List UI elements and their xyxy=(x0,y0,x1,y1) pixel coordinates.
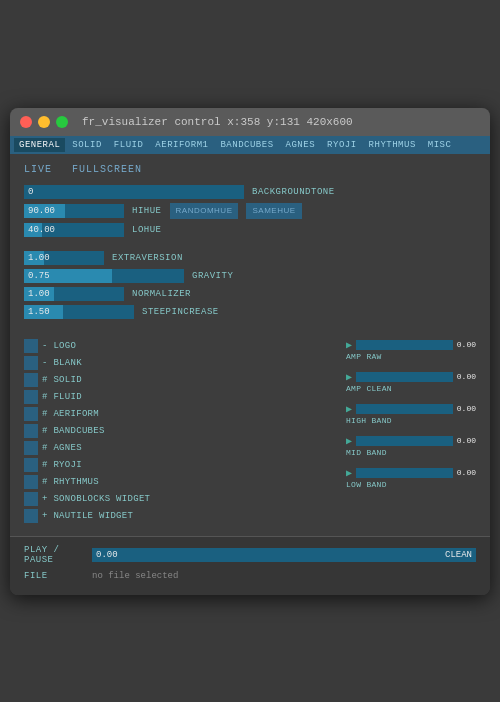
list-item-label: # AGNES xyxy=(42,443,82,453)
amp-clean-label: AMP CLEAN xyxy=(346,384,476,393)
amp-high-group: ▶ 0.00 HIGH BAND xyxy=(346,403,476,425)
play-pause-value: 0.00 xyxy=(96,550,118,560)
amp-high-slider-row: ▶ 0.00 xyxy=(346,403,476,415)
list-item-label: - LOGO xyxy=(42,341,76,351)
amp-clean-value: 0.00 xyxy=(457,372,476,381)
amp-raw-label: AMP RAW xyxy=(346,352,476,361)
list-item-label: # RHYTHMUS xyxy=(42,477,99,487)
samehue-button[interactable]: SAMEHUE xyxy=(246,203,301,219)
tab-rhythmus[interactable]: RHYTHMUS xyxy=(364,138,421,152)
amp-high-label: HIGH BAND xyxy=(346,416,476,425)
layer-list: - LOGO - BLANK # SOLID # FLUID # AERIFOR… xyxy=(24,339,336,526)
list-item-label: # FLUID xyxy=(42,392,82,402)
file-label: FILE xyxy=(24,571,84,581)
play-pause-label: PLAY / PAUSE xyxy=(24,545,84,565)
tab-fluid[interactable]: FLUID xyxy=(109,138,149,152)
main-window: fr_visualizer control x:358 y:131 420x60… xyxy=(10,108,490,595)
list-item[interactable]: # FLUID xyxy=(24,390,336,404)
hihue-row: 90.00 HIHUE RANDOMHUE SAMEHUE xyxy=(24,203,476,219)
list-item-label: + SONOBLOCKS WIDGET xyxy=(42,494,150,504)
list-item[interactable]: + NAUTILE WIDGET xyxy=(24,509,336,523)
list-item-label: # BANDCUBES xyxy=(42,426,105,436)
tab-agnes[interactable]: AGNES xyxy=(281,138,321,152)
backgroundtone-slider[interactable]: 0 xyxy=(24,185,244,199)
normalizer-label: NORMALIZER xyxy=(132,289,191,299)
titlebar: fr_visualizer control x:358 y:131 420x60… xyxy=(10,108,490,136)
amp-mid-slider[interactable] xyxy=(356,436,453,446)
play-pause-row: PLAY / PAUSE 0.00 CLEAN xyxy=(24,545,476,565)
amp-clean-slider[interactable] xyxy=(356,372,453,382)
amp-high-value: 0.00 xyxy=(457,404,476,413)
list-item-label: # AERIFORM xyxy=(42,409,99,419)
gravity-slider[interactable]: 0.75 xyxy=(24,269,184,283)
list-item[interactable]: # AERIFORM xyxy=(24,407,336,421)
list-item[interactable]: - BLANK xyxy=(24,356,336,370)
amp-high-arrow-icon: ▶ xyxy=(346,403,352,415)
list-icon xyxy=(24,441,38,455)
bottom-section: PLAY / PAUSE 0.00 CLEAN FILE no file sel… xyxy=(10,536,490,595)
list-item[interactable]: # RYOJI xyxy=(24,458,336,472)
tab-bar: GENERAL SOLID FLUID AERIFORM1 BANDCUBES … xyxy=(10,136,490,154)
tab-bandcubes[interactable]: BANDCUBES xyxy=(215,138,278,152)
amp-low-slider-row: ▶ 0.00 xyxy=(346,467,476,479)
list-item-label: + NAUTILE WIDGET xyxy=(42,511,133,521)
amp-mid-label: MID BAND xyxy=(346,448,476,457)
backgroundtone-row: 0 BACKGROUNDTONE xyxy=(24,185,476,199)
live-button[interactable]: LIVE xyxy=(24,164,52,175)
amp-raw-slider[interactable] xyxy=(356,340,453,350)
list-icon xyxy=(24,339,38,353)
hihue-label: HIHUE xyxy=(132,206,162,216)
amp-raw-value: 0.00 xyxy=(457,340,476,349)
list-item[interactable]: # SOLID xyxy=(24,373,336,387)
list-icon xyxy=(24,373,38,387)
amp-low-group: ▶ 0.00 LOW BAND xyxy=(346,467,476,489)
normalizer-value: 1.00 xyxy=(28,289,50,299)
list-item-label: # SOLID xyxy=(42,375,82,385)
list-icon xyxy=(24,492,38,506)
hihue-slider[interactable]: 90.00 xyxy=(24,204,124,218)
list-icon xyxy=(24,356,38,370)
randomhue-button[interactable]: RANDOMHUE xyxy=(170,203,239,219)
list-item-label: # RYOJI xyxy=(42,460,82,470)
extraversion-label: EXTRAVERSION xyxy=(112,253,183,263)
list-item[interactable]: + SONOBLOCKS WIDGET xyxy=(24,492,336,506)
amp-mid-arrow-icon: ▶ xyxy=(346,435,352,447)
amp-clean-group: ▶ 0.00 AMP CLEAN xyxy=(346,371,476,393)
backgroundtone-label: BACKGROUNDTONE xyxy=(252,187,335,197)
list-item[interactable]: - LOGO xyxy=(24,339,336,353)
clean-label: CLEAN xyxy=(445,550,472,560)
tab-solid[interactable]: SOLID xyxy=(67,138,107,152)
list-item[interactable]: # BANDCUBES xyxy=(24,424,336,438)
amp-low-label: LOW BAND xyxy=(346,480,476,489)
list-icon xyxy=(24,475,38,489)
amp-low-slider[interactable] xyxy=(356,468,453,478)
minimize-button[interactable] xyxy=(38,116,50,128)
extra-sliders-section: 1.00 EXTRAVERSION 0.75 GRAVITY 1.00 NORM… xyxy=(24,251,476,319)
amp-clean-slider-row: ▶ 0.00 xyxy=(346,371,476,383)
tab-aeriform1[interactable]: AERIFORM1 xyxy=(150,138,213,152)
gravity-label: GRAVITY xyxy=(192,271,233,281)
amp-raw-slider-row: ▶ 0.00 xyxy=(346,339,476,351)
list-item[interactable]: # RHYTHMUS xyxy=(24,475,336,489)
steepincrease-slider[interactable]: 1.50 xyxy=(24,305,134,319)
backgroundtone-value: 0 xyxy=(28,187,33,197)
tab-general[interactable]: GENERAL xyxy=(14,138,65,152)
list-item[interactable]: # AGNES xyxy=(24,441,336,455)
file-row: FILE no file selected xyxy=(24,571,476,581)
normalizer-slider[interactable]: 1.00 xyxy=(24,287,124,301)
play-pause-slider[interactable]: 0.00 CLEAN xyxy=(92,548,476,562)
tab-misc[interactable]: MISC xyxy=(423,138,457,152)
extraversion-slider[interactable]: 1.00 xyxy=(24,251,104,265)
gravity-row: 0.75 GRAVITY xyxy=(24,269,476,283)
amp-high-slider[interactable] xyxy=(356,404,453,414)
tab-ryoji[interactable]: RYOJI xyxy=(322,138,362,152)
amp-mid-value: 0.00 xyxy=(457,436,476,445)
hihue-value: 90.00 xyxy=(28,206,55,216)
amp-column: ▶ 0.00 AMP RAW ▶ 0.00 xyxy=(346,339,476,526)
maximize-button[interactable] xyxy=(56,116,68,128)
lohue-slider[interactable]: 40.00 xyxy=(24,223,124,237)
list-icon xyxy=(24,407,38,421)
fullscreen-button[interactable]: FULLSCREEN xyxy=(72,164,142,175)
lists-section: - LOGO - BLANK # SOLID # FLUID # AERIFOR… xyxy=(24,339,476,526)
close-button[interactable] xyxy=(20,116,32,128)
